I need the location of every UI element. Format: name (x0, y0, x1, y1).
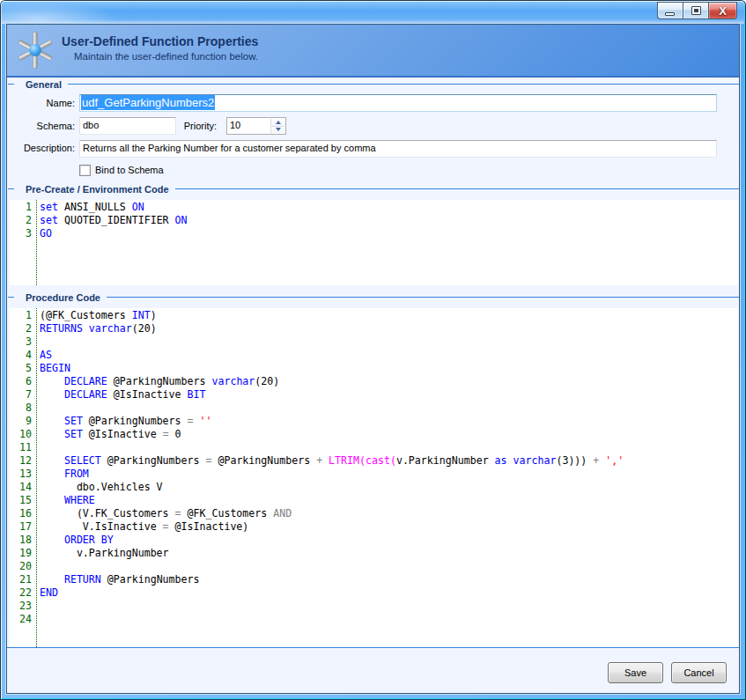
code-line: 4AS (10, 349, 738, 362)
priority-value: 10 (230, 120, 240, 130)
code-line: 2RETURNS varchar(20) (10, 322, 738, 335)
code-token: LTRIM( (329, 454, 366, 467)
line-number: 3 (10, 335, 32, 349)
schema-label: Schema: (7, 121, 75, 131)
close-button[interactable]: X (709, 2, 737, 19)
code-line: 9 SET @ParkingNumbers = '' (10, 415, 738, 428)
spin-up-button[interactable] (271, 119, 284, 127)
code-token: '' (200, 415, 212, 427)
code-token: END (40, 586, 58, 599)
code-token: as (495, 454, 507, 467)
minimize-button[interactable] (657, 2, 683, 19)
code-token (40, 428, 64, 440)
line-number: 16 (10, 507, 32, 520)
code-token: GO (40, 227, 52, 239)
line-number: 23 (10, 600, 32, 613)
name-input[interactable]: udf_GetParkingNumbers2 (79, 94, 717, 112)
line-number: 4 (10, 349, 32, 362)
code-token: @FK_Customers (181, 507, 274, 519)
bind-to-schema-checkbox[interactable] (79, 165, 91, 176)
code-token: v.ParkingNumber (40, 547, 169, 559)
titlebar[interactable]: X (1, 1, 745, 24)
code-line: 6 DECLARE @ParkingNumbers varchar(20) (10, 375, 738, 388)
line-number: 8 (10, 402, 32, 415)
cancel-button[interactable]: Cancel (671, 662, 727, 683)
code-token (40, 375, 64, 387)
code-token (40, 388, 64, 401)
code-token: (V.FK_Customers (40, 507, 175, 519)
code-line: 12 SELECT @ParkingNumbers = @ParkingNumb… (10, 454, 738, 468)
code-token: @ParkingNumbers (211, 454, 316, 467)
code-token: @ParkingNumbers (107, 375, 212, 387)
code-token: @ParkingNumbers (101, 454, 206, 467)
code-token: @IsInactive (83, 428, 163, 440)
code-line: 18 ORDER BY (10, 534, 738, 547)
code-token: cast( (366, 454, 396, 467)
procedure-section-label: Procedure Code (26, 292, 100, 303)
code-token: @ParkingNumbers (101, 573, 200, 586)
description-input[interactable]: Returns all the Parking Number for a cus… (79, 140, 717, 158)
code-token: BIT (188, 388, 206, 401)
save-button[interactable]: Save (608, 662, 663, 683)
code-token: QUOTED_IDENTIFIER (58, 214, 175, 226)
code-line: 13 FROM (10, 468, 738, 481)
code-token: WHERE (64, 494, 95, 506)
code-token: ON (132, 201, 144, 213)
code-token: @IsInactive (107, 388, 188, 401)
code-token: SET (64, 415, 83, 427)
name-label: Name: (7, 98, 75, 108)
line-number: 20 (10, 560, 32, 573)
line-number: 14 (10, 481, 32, 494)
code-token: @ParkingNumbers (83, 415, 188, 427)
code-token (40, 415, 64, 427)
code-line: 21 RETURN @ParkingNumbers (10, 573, 738, 586)
line-number: 9 (10, 415, 32, 428)
code-line: 2set QUOTED_IDENTIFIER ON (10, 214, 738, 227)
line-number: 1 (10, 201, 32, 214)
footer-separator (7, 647, 739, 648)
line-number: 2 (10, 322, 32, 335)
code-line: 17 V.IsInactive = @IsInactive) (10, 520, 738, 534)
code-token: V.IsInactive (40, 520, 163, 533)
code-token: AS (40, 349, 52, 361)
code-token: BEGIN (40, 362, 70, 374)
line-number: 1 (10, 309, 32, 322)
code-line: 1set ANSI_NULLS ON (10, 201, 738, 214)
bind-to-schema-label: Bind to Schema (95, 165, 164, 175)
spin-down-button[interactable] (271, 127, 284, 134)
code-token: = (163, 520, 169, 533)
priority-spinner (270, 119, 284, 133)
description-label: Description: (7, 143, 75, 153)
line-number: 15 (10, 494, 32, 507)
procedure-code-editor[interactable]: 1(@FK_Customers INT)2RETURNS varchar(20)… (10, 308, 738, 647)
priority-input[interactable]: 10 (226, 117, 286, 135)
line-number: 18 (10, 534, 32, 547)
code-token: FROM (64, 468, 89, 480)
precreate-code-editor[interactable]: 1set ANSI_NULLS ON2set QUOTED_IDENTIFIER… (10, 200, 738, 285)
code-line: 15 WHERE (10, 494, 738, 507)
general-section-header: General (7, 78, 739, 90)
spin-up-icon (276, 121, 281, 124)
function-jack-icon (16, 31, 55, 70)
code-token: ) (151, 309, 157, 321)
maximize-icon (691, 6, 701, 15)
code-token: varchar (211, 375, 255, 387)
line-number: 6 (10, 375, 32, 388)
page-title: User-Defined Function Properties (62, 34, 258, 48)
code-token: ORDER BY (64, 534, 114, 546)
code-token (40, 454, 64, 467)
line-number: 13 (10, 468, 32, 481)
code-token: @IsInactive) (169, 520, 249, 533)
page-subtitle: Maintain the user-defined function below… (74, 51, 258, 62)
code-token: AND (273, 507, 292, 519)
code-line: 8 (10, 402, 738, 415)
code-line: 20 (10, 560, 738, 573)
maximize-button[interactable] (683, 2, 709, 19)
spin-down-icon (276, 128, 281, 131)
code-token: ANSI_NULLS (58, 201, 132, 213)
dialog-content: User-Defined Function Properties Maintai… (6, 24, 740, 694)
general-section-label: General (26, 79, 62, 90)
code-line: 7 DECLARE @IsInactive BIT (10, 388, 738, 402)
code-token (40, 468, 64, 480)
code-line: 19 v.ParkingNumber (10, 547, 738, 560)
